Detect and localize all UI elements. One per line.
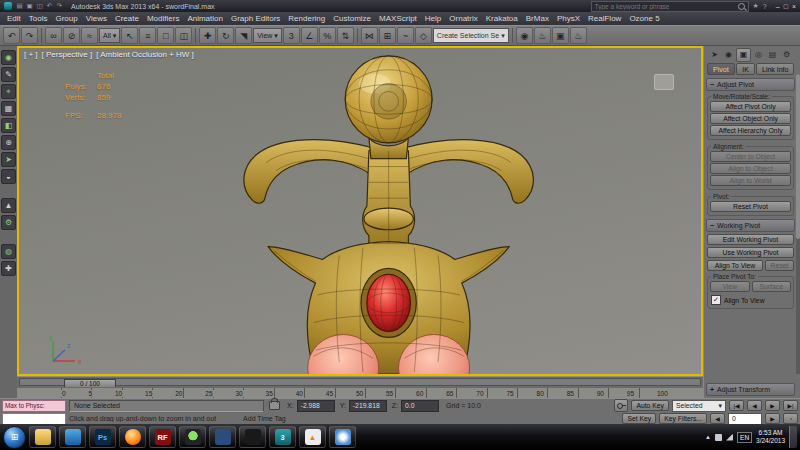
named-selection-set-field[interactable]: Create Selection Se ▾ <box>433 28 509 43</box>
time-slider-track[interactable]: 0 / 100 <box>19 378 701 386</box>
menu-views[interactable]: Views <box>82 14 111 23</box>
set-keys-icon[interactable] <box>614 399 628 412</box>
menu-help[interactable]: Help <box>421 14 445 23</box>
angle-snap-icon[interactable]: ∠ <box>301 27 318 44</box>
taskbar-photoshop-icon[interactable]: Ps <box>89 426 116 448</box>
left-toolbar-icon-10[interactable]: ⚙ <box>1 215 16 230</box>
edit-working-pivot-button[interactable]: Edit Working Pivot <box>707 234 794 245</box>
help-icon[interactable]: ? <box>763 3 767 10</box>
previous-key-button[interactable]: ◀ <box>710 413 725 424</box>
x-coordinate-field[interactable]: -2.988 <box>297 400 335 412</box>
left-toolbar-icon-6[interactable]: ⊕ <box>1 135 16 150</box>
snap-toggle-icon[interactable]: 3 <box>283 27 300 44</box>
adjust-pivot-rollout[interactable]: − Adjust Pivot <box>706 78 795 91</box>
set-key-button[interactable]: Set Key <box>622 413 656 424</box>
left-toolbar-icon-9[interactable]: ▲ <box>1 198 16 213</box>
network-icon[interactable] <box>726 434 733 441</box>
viewport-label[interactable]: [ + ] [ Perspective ] [ Ambient Occlusio… <box>24 50 194 59</box>
curve-editor-icon[interactable]: ~ <box>397 27 414 44</box>
y-coordinate-field[interactable]: -219.818 <box>349 400 387 412</box>
left-toolbar-icon-7[interactable]: ➤ <box>1 152 16 167</box>
taskbar-browser-icon[interactable] <box>329 426 356 448</box>
menu-ozone[interactable]: Ozone 5 <box>625 14 663 23</box>
mirror-icon[interactable]: ⋈ <box>361 27 378 44</box>
viewport-shading-label[interactable]: [ Ambient Occlusion + HW ] <box>96 50 194 59</box>
taskbar-code-editor-icon[interactable] <box>209 426 236 448</box>
rotate-icon[interactable]: ↻ <box>217 27 234 44</box>
align-icon[interactable]: ⊞ <box>379 27 396 44</box>
affect-hierarchy-only-button[interactable]: Affect Hierarchy Only <box>710 125 791 136</box>
selection-lock-icon[interactable] <box>269 401 280 410</box>
place-view-button[interactable]: View <box>710 281 750 292</box>
left-toolbar-icon-1[interactable]: ◉ <box>1 50 16 65</box>
left-toolbar-icon-2[interactable]: ✎ <box>1 67 16 82</box>
maxscript-listener-input[interactable] <box>2 413 66 425</box>
percent-snap-icon[interactable]: % <box>319 27 336 44</box>
align-to-view-checkbox[interactable]: ✓ Align To View <box>711 295 790 305</box>
affect-pivot-only-button[interactable]: Affect Pivot Only <box>710 101 791 112</box>
modify-tab[interactable]: ◉ <box>722 49 735 61</box>
spinner-snap-icon[interactable]: ⇅ <box>337 27 354 44</box>
next-key-button[interactable]: ▶ <box>765 413 780 424</box>
select-by-name-icon[interactable]: ≡ <box>139 27 156 44</box>
scale-icon[interactable]: ◥ <box>235 27 252 44</box>
key-filter-dropdown[interactable]: Selected ▾ <box>672 400 726 412</box>
taskbar-firefox-icon[interactable] <box>119 426 146 448</box>
undo-icon[interactable]: ↶ <box>3 27 20 44</box>
previous-frame-button[interactable]: ◀ <box>747 400 762 411</box>
redo-icon[interactable]: ↷ <box>21 27 38 44</box>
schematic-view-icon[interactable]: ◇ <box>415 27 432 44</box>
render-setup-icon[interactable]: ♨ <box>534 27 551 44</box>
viewport-menu-plus[interactable]: [ + ] <box>24 50 38 59</box>
taskbar-vlc-icon[interactable]: ▲ <box>299 426 326 448</box>
volume-icon[interactable] <box>715 434 722 441</box>
taskbar-android-icon[interactable] <box>179 426 206 448</box>
menu-group[interactable]: Group <box>51 14 81 23</box>
menu-create[interactable]: Create <box>111 14 143 23</box>
selection-filter-dropdown[interactable]: All ▾ <box>99 28 120 43</box>
left-toolbar-icon-8[interactable]: ◒ <box>1 169 16 184</box>
menu-edit[interactable]: Edit <box>3 14 25 23</box>
working-pivot-rollout[interactable]: − Working Pivot <box>706 219 795 232</box>
undo-quick-icon[interactable]: ↶ <box>46 2 53 10</box>
taskbar-unity-icon[interactable] <box>239 426 266 448</box>
perspective-viewport[interactable]: [ + ] [ Perspective ] [ Ambient Occlusio… <box>17 46 703 376</box>
play-button[interactable]: ▶ <box>765 400 780 411</box>
search-input[interactable] <box>595 3 736 10</box>
menu-tools[interactable]: Tools <box>25 14 52 23</box>
create-tab[interactable]: ➤ <box>708 49 721 61</box>
left-toolbar-icon-4[interactable]: ▦ <box>1 101 16 116</box>
place-surface-button[interactable]: Surface <box>752 281 792 292</box>
window-crossing-icon[interactable]: ◫ <box>175 27 192 44</box>
add-time-tag[interactable]: Add Time Tag <box>243 415 286 422</box>
start-button[interactable]: ⊞ <box>3 426 26 449</box>
reset-pivot-button[interactable]: Reset Pivot <box>710 201 791 212</box>
favorites-icon[interactable]: ★ <box>753 2 759 10</box>
use-working-pivot-button[interactable]: Use Working Pivot <box>707 247 794 258</box>
menu-animation[interactable]: Animation <box>183 14 227 23</box>
viewport-view-label[interactable]: [ Perspective ] <box>42 50 93 59</box>
show-desktop-button[interactable] <box>789 426 797 448</box>
save-icon[interactable]: ◫ <box>36 2 43 10</box>
track-bar[interactable]: 0510152025303540455055606570758085909510… <box>17 387 703 398</box>
go-to-start-button[interactable]: |◀ <box>729 400 744 411</box>
rect-region-icon[interactable]: □ <box>157 27 174 44</box>
render-production-icon[interactable]: ♨ <box>570 27 587 44</box>
reset-working-pivot-button[interactable]: Reset <box>765 260 794 271</box>
rendered-frame-icon[interactable]: ▣ <box>552 27 569 44</box>
menu-modifiers[interactable]: Modifiers <box>143 14 183 23</box>
taskbar-3dsmax-icon[interactable]: 3 <box>269 426 296 448</box>
taskbar-realflow-icon[interactable]: RF <box>149 426 176 448</box>
align-to-object-button[interactable]: Align to Object <box>710 163 791 174</box>
z-coordinate-field[interactable]: 0.0 <box>401 400 439 412</box>
maximize-button[interactable]: □ <box>784 3 788 10</box>
redo-quick-icon[interactable]: ↷ <box>56 2 63 10</box>
left-toolbar-icon-12[interactable]: ✚ <box>1 261 16 276</box>
language-indicator[interactable]: EN <box>737 432 752 443</box>
affect-object-only-button[interactable]: Affect Object Only <box>710 113 791 124</box>
bind-spacewarp-icon[interactable]: ≈ <box>81 27 98 44</box>
menu-krakatoa[interactable]: Krakatoa <box>482 14 522 23</box>
go-to-end-button[interactable]: ▶| <box>783 400 798 411</box>
key-filters-button[interactable]: Key Filters... <box>659 413 707 424</box>
menu-brmax[interactable]: BrMax <box>522 14 553 23</box>
